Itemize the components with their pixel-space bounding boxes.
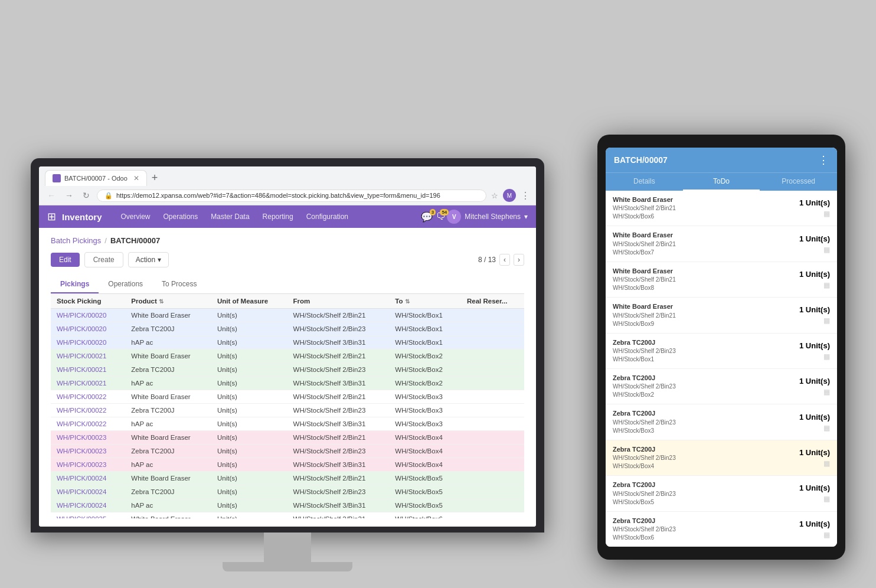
tablet-list-item[interactable]: White Board Eraser WH/Stock/Shelf 2/Bin2… <box>606 226 837 262</box>
cell-uom: Unit(s) <box>211 512 287 519</box>
tab-close-button[interactable]: ✕ <box>133 174 139 182</box>
cell-picking: WH/PICK/00022 <box>51 417 125 431</box>
user-avatar-icon[interactable]: M <box>503 189 516 202</box>
browser-address-bar: ← → ↻ 🔒 https://demo12.xpansa.com/web?#i… <box>39 186 536 205</box>
tab-operations[interactable]: Operations <box>99 276 152 293</box>
pager-next-button[interactable]: › <box>514 254 524 266</box>
tablet-list-item[interactable]: Zebra TC200J WH/Stock/Shelf 2/Bin23 WH/S… <box>606 512 837 547</box>
url-bar[interactable]: 🔒 https://demo12.xpansa.com/web?#id=7&ac… <box>97 190 486 202</box>
nav-item-master-data[interactable]: Master Data <box>205 210 255 223</box>
app-brand[interactable]: Inventory <box>62 212 102 222</box>
back-button[interactable]: ← <box>45 190 58 201</box>
tablet-item-action-icon[interactable]: ▦ <box>823 352 830 361</box>
tablet-item-qty: 1 Unit(s) <box>799 270 830 279</box>
tablet-item-action-icon[interactable]: ▦ <box>823 246 830 254</box>
cell-product: hAP ac <box>125 499 211 512</box>
cell-from: WH/Stock/Shelf 3/Bin31 <box>287 417 390 431</box>
tablet-list-item[interactable]: Zebra TC200J WH/Stock/Shelf 2/Bin23 WH/S… <box>606 334 837 369</box>
col-stock-picking: Stock Picking <box>51 294 125 309</box>
browser-tabs-bar: BATCH/00007 - Odoo ✕ + <box>39 166 536 186</box>
tablet: BATCH/00007 ⋮ Details ToDo Processed Whi… <box>597 135 845 560</box>
nav-item-overview[interactable]: Overview <box>115 210 156 223</box>
new-tab-button[interactable]: + <box>149 172 161 183</box>
breadcrumb-parent[interactable]: Batch Pickings <box>51 236 101 245</box>
cell-picking: WH/PICK/00020 <box>51 309 125 322</box>
user-menu[interactable]: V Mitchell Stephens ▾ <box>447 210 528 224</box>
cell-to: WH/Stock/Box1 <box>389 309 461 322</box>
tablet-item-qty: 1 Unit(s) <box>799 341 830 350</box>
cell-uom: Unit(s) <box>211 458 287 472</box>
tablet-list-item[interactable]: Zebra TC200J WH/Stock/Shelf 2/Bin23 WH/S… <box>606 440 837 476</box>
cell-picking: WH/PICK/00022 <box>51 390 125 404</box>
action-button[interactable]: Action ▾ <box>128 252 169 267</box>
nav-item-reporting[interactable]: Reporting <box>257 210 299 223</box>
cell-product: hAP ac <box>125 377 211 390</box>
col-from: From <box>287 294 390 309</box>
tablet-item-action-icon[interactable]: ▦ <box>823 388 830 396</box>
tab-to-process[interactable]: To Process <box>152 276 206 293</box>
tablet-list-item[interactable]: White Board Eraser WH/Stock/Shelf 2/Bin2… <box>606 298 837 333</box>
tablet-item-action-icon[interactable]: ▦ <box>823 281 830 289</box>
tablet-list-item[interactable]: White Board Eraser WH/Stock/Shelf 2/Bin2… <box>606 191 837 226</box>
edit-button[interactable]: Edit <box>51 253 80 267</box>
tablet-item-info: Zebra TC200J WH/Stock/Shelf 2/Bin23 WH/S… <box>613 338 676 364</box>
tablet-tab-details[interactable]: Details <box>606 173 683 191</box>
tablet-item-info: White Board Eraser WH/Stock/Shelf 2/Bin2… <box>613 267 676 292</box>
cell-product: Zebra TC200J <box>125 445 211 458</box>
cell-to: WH/Stock/Box4 <box>389 445 461 458</box>
user-dropdown-icon: ▾ <box>524 213 528 221</box>
cell-to: WH/Stock/Box4 <box>389 431 461 445</box>
nav-item-operations[interactable]: Operations <box>158 210 204 223</box>
tablet-item-name: White Board Eraser <box>613 267 676 276</box>
chat-icon[interactable]: 💬3 <box>421 211 433 223</box>
tablet-list-item[interactable]: Zebra TC200J WH/Stock/Shelf 2/Bin23 WH/S… <box>606 476 837 511</box>
tablet-item-loc-from: WH/Stock/Shelf 2/Bin21 <box>613 276 676 284</box>
tablet-item-action-icon[interactable]: ▦ <box>823 424 830 432</box>
messages-icon[interactable]: 🗨54 <box>436 211 446 222</box>
col-product[interactable]: Product ⇅ <box>125 294 211 309</box>
home-grid-icon[interactable]: ⊞ <box>47 210 56 223</box>
cell-product: hAP ac <box>125 417 211 431</box>
cell-to: WH/Stock/Box3 <box>389 417 461 431</box>
tab-favicon <box>53 174 61 182</box>
tablet-list-item[interactable]: Zebra TC200J WH/Stock/Shelf 2/Bin23 WH/S… <box>606 404 837 440</box>
breadcrumb: Batch Pickings / BATCH/00007 <box>51 236 524 245</box>
refresh-button[interactable]: ↻ <box>80 190 92 201</box>
cell-real-reser <box>461 485 524 499</box>
cell-product: White Board Eraser <box>125 472 211 485</box>
cell-to: WH/Stock/Box1 <box>389 336 461 349</box>
tablet-item-loc-from: WH/Stock/Shelf 2/Bin21 <box>613 312 676 320</box>
tablet-item-action-icon[interactable]: ▦ <box>823 531 830 539</box>
tablet-tab-todo[interactable]: ToDo <box>683 173 760 191</box>
table-row: WH/PICK/00022 Zebra TC200J Unit(s) WH/St… <box>51 404 524 417</box>
cell-picking: WH/PICK/00021 <box>51 377 125 390</box>
cell-from: WH/Stock/Shelf 2/Bin23 <box>287 404 390 417</box>
table-row: WH/PICK/00023 White Board Eraser Unit(s)… <box>51 431 524 445</box>
table-row: WH/PICK/00020 Zebra TC200J Unit(s) WH/St… <box>51 322 524 336</box>
nav-item-configuration[interactable]: Configuration <box>300 210 354 223</box>
tablet-list-item[interactable]: Zebra TC200J WH/Stock/Shelf 2/Bin23 WH/S… <box>606 369 837 404</box>
tablet-content: White Board Eraser WH/Stock/Shelf 2/Bin2… <box>606 191 837 547</box>
browser-menu-icon[interactable]: ⋮ <box>521 190 530 201</box>
col-to[interactable]: To ⇅ <box>389 294 461 309</box>
tablet-item-action-icon[interactable]: ▦ <box>823 210 830 218</box>
tablet-item-name: Zebra TC200J <box>613 409 676 418</box>
pager-prev-button[interactable]: ‹ <box>499 254 510 266</box>
cell-uom: Unit(s) <box>211 336 287 349</box>
tablet-item-action-icon[interactable]: ▦ <box>823 459 830 468</box>
monitor-screen: BATCH/00007 - Odoo ✕ + ← → ↻ 🔒 https://d… <box>39 166 536 527</box>
tablet-item-name: Zebra TC200J <box>613 445 676 454</box>
toolbar: Edit Create Action ▾ 8 / 13 ‹ › <box>51 252 524 267</box>
create-button[interactable]: Create <box>84 252 123 267</box>
tab-pickings[interactable]: Pickings <box>51 276 99 293</box>
tablet-list-item[interactable]: White Board Eraser WH/Stock/Shelf 2/Bin2… <box>606 262 837 298</box>
bookmark-icon[interactable]: ☆ <box>491 191 498 200</box>
tab-title: BATCH/00007 - Odoo <box>64 175 128 182</box>
tablet-item-action-icon[interactable]: ▦ <box>823 495 830 503</box>
cell-product: White Board Eraser <box>125 390 211 404</box>
forward-button[interactable]: → <box>63 190 76 201</box>
tablet-menu-icon[interactable]: ⋮ <box>818 153 829 166</box>
tablet-item-action-icon[interactable]: ▦ <box>823 316 830 325</box>
tablet-tab-processed[interactable]: Processed <box>760 173 837 191</box>
browser-tab-active[interactable]: BATCH/00007 - Odoo ✕ <box>45 170 147 186</box>
